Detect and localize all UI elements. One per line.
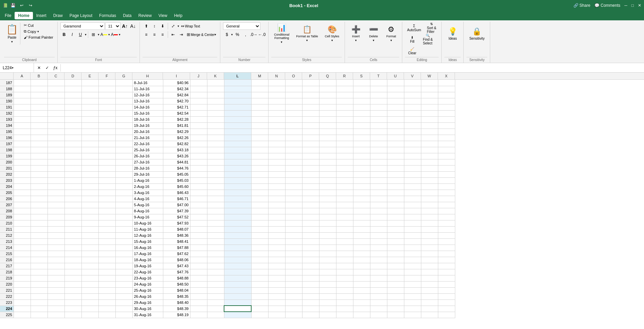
cell-D192[interactable] bbox=[65, 110, 81, 116]
cell-H197[interactable]: 22-Jul-16 bbox=[132, 141, 163, 147]
cell-R206[interactable] bbox=[336, 196, 353, 202]
cell-P190[interactable] bbox=[302, 98, 319, 104]
cell-U200[interactable] bbox=[387, 159, 404, 165]
font-size-select[interactable]: 11 bbox=[105, 22, 121, 30]
cell-L197[interactable] bbox=[224, 141, 251, 147]
cell-B225[interactable] bbox=[31, 312, 48, 318]
cell-P189[interactable] bbox=[302, 92, 319, 98]
cell-E206[interactable] bbox=[81, 196, 98, 202]
cell-C222[interactable] bbox=[48, 293, 65, 299]
cell-B212[interactable] bbox=[31, 232, 48, 238]
cell-D205[interactable] bbox=[65, 190, 81, 196]
cell-P223[interactable] bbox=[302, 299, 319, 306]
cell-E222[interactable] bbox=[81, 293, 98, 299]
cell-X190[interactable] bbox=[438, 98, 455, 104]
cell-X203[interactable] bbox=[438, 177, 455, 183]
cell-P188[interactable] bbox=[302, 86, 319, 92]
row-number[interactable]: 217 bbox=[0, 263, 14, 269]
cell-S188[interactable] bbox=[353, 86, 370, 92]
cell-E224[interactable] bbox=[81, 306, 98, 312]
cell-T221[interactable] bbox=[370, 287, 387, 293]
format-button[interactable]: ⚙ Format ▾ bbox=[383, 22, 399, 45]
col-header-U[interactable]: U bbox=[387, 73, 404, 79]
cell-P197[interactable] bbox=[302, 141, 319, 147]
close-button[interactable]: ✕ bbox=[638, 3, 641, 8]
cell-S208[interactable] bbox=[353, 208, 370, 214]
cell-B199[interactable] bbox=[31, 153, 48, 159]
row-number[interactable]: 196 bbox=[0, 135, 14, 141]
cell-F201[interactable] bbox=[98, 165, 115, 171]
cell-P219[interactable] bbox=[302, 275, 319, 281]
cell-F213[interactable] bbox=[98, 238, 115, 245]
row-number[interactable]: 202 bbox=[0, 171, 14, 177]
cell-R200[interactable] bbox=[336, 159, 353, 165]
cell-M218[interactable] bbox=[251, 269, 268, 275]
cell-C214[interactable] bbox=[48, 245, 65, 251]
cell-D207[interactable] bbox=[65, 202, 81, 208]
cell-T216[interactable] bbox=[370, 257, 387, 263]
cell-V219[interactable] bbox=[404, 275, 421, 281]
cell-H215[interactable]: 17-Aug-16 bbox=[132, 251, 163, 257]
cell-H201[interactable]: 28-Jul-16 bbox=[132, 165, 163, 171]
menu-formulas[interactable]: Formulas bbox=[96, 12, 119, 19]
col-header-J[interactable]: J bbox=[190, 73, 207, 79]
cell-D210[interactable] bbox=[65, 220, 81, 226]
cell-Q219[interactable] bbox=[319, 275, 336, 281]
cell-U202[interactable] bbox=[387, 171, 404, 177]
col-header-Q[interactable]: Q bbox=[319, 73, 336, 79]
cell-Q205[interactable] bbox=[319, 190, 336, 196]
cell-T215[interactable] bbox=[370, 251, 387, 257]
cell-V187[interactable] bbox=[404, 80, 421, 86]
cell-G219[interactable] bbox=[115, 275, 132, 281]
maximize-button[interactable]: □ bbox=[631, 3, 634, 8]
cell-W196[interactable] bbox=[421, 135, 438, 141]
cell-U224[interactable] bbox=[387, 306, 404, 312]
align-top-button[interactable]: ⬆ bbox=[143, 22, 150, 30]
cell-F196[interactable] bbox=[98, 135, 115, 141]
cell-D213[interactable] bbox=[65, 238, 81, 245]
cell-E190[interactable] bbox=[81, 98, 98, 104]
col-header-H[interactable]: H bbox=[132, 73, 163, 79]
cell-A193[interactable] bbox=[14, 116, 31, 122]
cell-R212[interactable] bbox=[336, 232, 353, 238]
cell-C191[interactable] bbox=[48, 104, 65, 110]
cell-H218[interactable]: 22-Aug-16 bbox=[132, 269, 163, 275]
cell-T220[interactable] bbox=[370, 281, 387, 287]
cell-I205[interactable]: $46.43 bbox=[163, 190, 190, 196]
cell-G194[interactable] bbox=[115, 122, 132, 129]
cell-H195[interactable]: 20-Jul-16 bbox=[132, 129, 163, 135]
cell-X211[interactable] bbox=[438, 226, 455, 232]
cell-O188[interactable] bbox=[285, 86, 302, 92]
cell-J195[interactable] bbox=[190, 129, 207, 135]
cell-H207[interactable]: 5-Aug-16 bbox=[132, 202, 163, 208]
cell-G198[interactable] bbox=[115, 147, 132, 153]
cell-N199[interactable] bbox=[268, 153, 285, 159]
menu-view[interactable]: View bbox=[155, 12, 171, 19]
cell-N219[interactable] bbox=[268, 275, 285, 281]
cell-N200[interactable] bbox=[268, 159, 285, 165]
cell-I219[interactable]: $48.88 bbox=[163, 275, 190, 281]
cell-N209[interactable] bbox=[268, 214, 285, 220]
cell-G208[interactable] bbox=[115, 208, 132, 214]
align-middle-button[interactable]: ↕ bbox=[151, 22, 158, 30]
cell-K205[interactable] bbox=[207, 190, 224, 196]
row-number[interactable]: 188 bbox=[0, 86, 14, 92]
cell-Q188[interactable] bbox=[319, 86, 336, 92]
cell-W191[interactable] bbox=[421, 104, 438, 110]
cell-J190[interactable] bbox=[190, 98, 207, 104]
cell-O192[interactable] bbox=[285, 110, 302, 116]
cell-V206[interactable] bbox=[404, 196, 421, 202]
cell-C213[interactable] bbox=[48, 238, 65, 245]
cell-M188[interactable] bbox=[251, 86, 268, 92]
row-number[interactable]: 225 bbox=[0, 312, 14, 318]
format-as-table-button[interactable]: 📋 Format as Table ▾ bbox=[293, 22, 320, 45]
cell-E203[interactable] bbox=[81, 177, 98, 183]
cell-I207[interactable]: $47.00 bbox=[163, 202, 190, 208]
cell-N193[interactable] bbox=[268, 116, 285, 122]
cell-D188[interactable] bbox=[65, 86, 81, 92]
cell-F222[interactable] bbox=[98, 293, 115, 299]
cell-L199[interactable] bbox=[224, 153, 251, 159]
cell-Q211[interactable] bbox=[319, 226, 336, 232]
cell-A219[interactable] bbox=[14, 275, 31, 281]
cell-U218[interactable] bbox=[387, 269, 404, 275]
